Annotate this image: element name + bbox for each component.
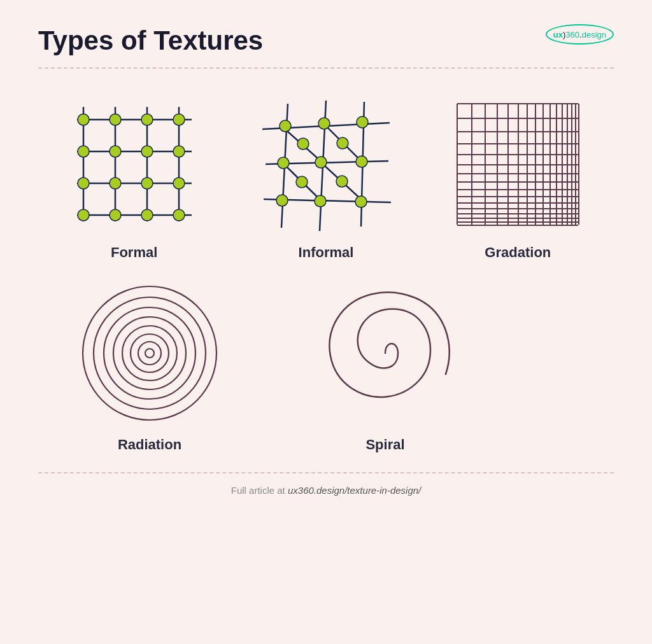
svg-point-44 bbox=[337, 137, 348, 149]
footer-link[interactable]: ux360.design/texture-in-design/ bbox=[288, 485, 421, 496]
svg-point-36 bbox=[357, 116, 368, 128]
informal-label: Informal bbox=[299, 244, 354, 261]
radiation-svg bbox=[76, 280, 223, 426]
svg-point-12 bbox=[78, 146, 89, 157]
svg-point-20 bbox=[78, 209, 89, 221]
texture-row-1: Formal bbox=[38, 94, 614, 261]
svg-point-43 bbox=[297, 138, 309, 150]
texture-informal: Informal bbox=[256, 94, 396, 261]
logo-text: ux)360.design bbox=[553, 30, 606, 39]
texture-radiation: Radiation bbox=[76, 280, 223, 453]
svg-point-41 bbox=[315, 195, 326, 207]
svg-point-46 bbox=[336, 176, 348, 187]
informal-svg bbox=[256, 94, 396, 234]
svg-point-9 bbox=[110, 114, 121, 125]
texture-formal: Formal bbox=[64, 94, 204, 261]
top-divider bbox=[38, 67, 614, 69]
formal-svg bbox=[64, 94, 204, 234]
footer-text: Full article at bbox=[231, 485, 288, 496]
svg-point-11 bbox=[173, 114, 185, 125]
svg-point-15 bbox=[173, 146, 185, 157]
svg-point-86 bbox=[145, 349, 154, 358]
formal-label: Formal bbox=[111, 244, 157, 261]
texture-gradation: Gradation bbox=[448, 94, 588, 261]
svg-point-39 bbox=[356, 156, 367, 167]
svg-point-40 bbox=[276, 195, 288, 206]
svg-point-13 bbox=[110, 146, 121, 157]
svg-point-35 bbox=[318, 118, 330, 129]
svg-point-85 bbox=[138, 342, 161, 365]
radiation-label: Radiation bbox=[118, 437, 181, 453]
svg-point-19 bbox=[173, 178, 185, 189]
svg-point-38 bbox=[315, 157, 327, 168]
bottom-divider bbox=[38, 472, 614, 473]
svg-point-21 bbox=[110, 209, 121, 221]
svg-point-34 bbox=[280, 120, 291, 132]
texture-row-2: Radiation Spiral bbox=[38, 280, 614, 453]
svg-point-42 bbox=[355, 196, 367, 207]
svg-point-79 bbox=[83, 286, 216, 420]
svg-point-84 bbox=[131, 334, 169, 372]
svg-point-82 bbox=[113, 317, 186, 389]
svg-point-22 bbox=[141, 209, 153, 221]
gradation-label: Gradation bbox=[485, 244, 551, 261]
logo: ux)360.design bbox=[546, 24, 614, 45]
svg-point-80 bbox=[94, 297, 206, 409]
spiral-label: Spiral bbox=[365, 437, 404, 453]
spiral-svg bbox=[312, 280, 458, 426]
svg-point-16 bbox=[78, 178, 89, 189]
svg-point-17 bbox=[110, 178, 121, 189]
page-title: Types of Textures bbox=[38, 25, 614, 56]
page: ux)360.design Types of Textures bbox=[0, 0, 652, 644]
svg-point-81 bbox=[104, 307, 195, 399]
svg-point-37 bbox=[278, 157, 289, 169]
svg-point-14 bbox=[141, 146, 153, 157]
footer: Full article at ux360.design/texture-in-… bbox=[38, 485, 614, 496]
svg-point-23 bbox=[173, 209, 185, 221]
svg-point-18 bbox=[141, 178, 153, 189]
svg-point-45 bbox=[296, 176, 308, 188]
svg-point-10 bbox=[141, 114, 153, 125]
gradation-svg bbox=[448, 94, 588, 234]
texture-spiral: Spiral bbox=[312, 280, 458, 453]
svg-point-8 bbox=[78, 114, 89, 125]
